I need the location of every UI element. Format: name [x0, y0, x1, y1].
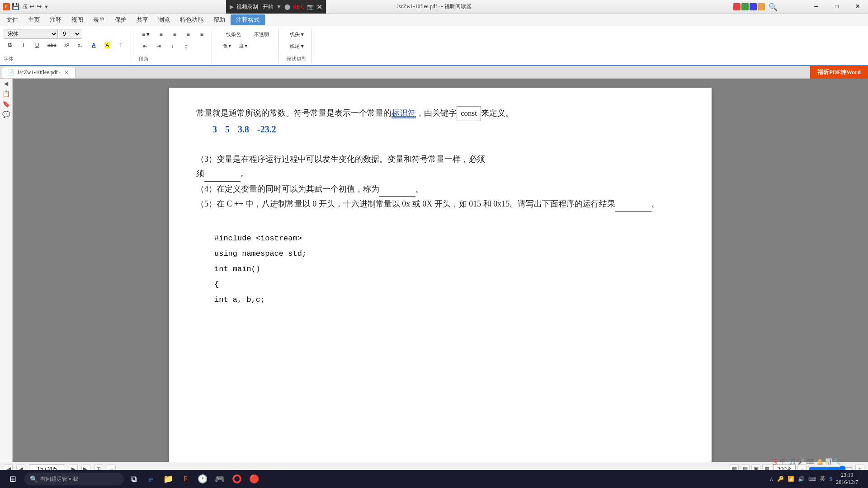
- const-box: const: [457, 106, 481, 121]
- shape-row2: 线尾▼: [287, 41, 308, 52]
- underline-button[interactable]: U: [31, 40, 43, 51]
- redo-icon[interactable]: ↪: [37, 3, 42, 10]
- edge-browser-icon[interactable]: e: [144, 472, 158, 486]
- menu-view[interactable]: 视图: [67, 14, 88, 25]
- font-name-selector[interactable]: 宋体: [4, 29, 58, 39]
- taskbar-search-bar[interactable]: 🔍 有问题尽管问我: [24, 473, 124, 485]
- minimize-button[interactable]: ─: [806, 0, 826, 14]
- highlight-color-button[interactable]: A: [101, 40, 113, 51]
- menu-help[interactable]: 帮助: [209, 14, 230, 25]
- sidebar-arrow-icon[interactable]: ◀: [4, 80, 8, 87]
- rec-icon: ⬤: [284, 4, 290, 10]
- start-button[interactable]: ⊞: [4, 472, 22, 486]
- tray-cn-input[interactable]: 英: [820, 475, 826, 483]
- file-explorer-icon[interactable]: 📁: [161, 472, 175, 486]
- pdf-to-word-button[interactable]: 福昕PDF转Word: [810, 66, 868, 79]
- border-color-button[interactable]: 线条色: [220, 29, 247, 40]
- para1b-text: ，由关键字: [416, 108, 457, 117]
- show-desktop-button[interactable]: [862, 473, 864, 485]
- ribbon-font-group: 宋体 9 B I U abc x² x₂ A A T 字体: [0, 28, 131, 63]
- camera-icon[interactable]: 📷: [307, 4, 314, 10]
- menu-comment[interactable]: 注释: [45, 14, 66, 25]
- menu-share[interactable]: 共享: [132, 14, 153, 25]
- rec-label: REC: [293, 4, 304, 10]
- line-top-button[interactable]: 线头▼: [287, 29, 308, 40]
- justify-button[interactable]: ≡: [195, 29, 208, 40]
- font-color-button[interactable]: A: [87, 40, 100, 51]
- screen-select-icon[interactable]: ▼: [276, 4, 282, 10]
- system-tray: ∧ 🔑 📶 🔊 ⌨ 英 S 23:19 2016/12/7: [769, 472, 864, 486]
- para-spacing-button[interactable]: ↕: [166, 41, 179, 52]
- menu-comment-format[interactable]: 注释格式: [231, 14, 265, 25]
- clock-icon[interactable]: 🕐: [195, 472, 210, 486]
- para3b-text: 。: [241, 169, 249, 178]
- font-group-label: 字体: [4, 55, 14, 62]
- font-size-selector[interactable]: 9: [59, 29, 81, 39]
- app-icon-2[interactable]: 🎮: [212, 472, 227, 486]
- app-icon-4[interactable]: 🔴: [247, 472, 261, 486]
- blank-4: [379, 182, 415, 197]
- align-right-button[interactable]: ≡: [182, 29, 194, 40]
- color-picker-button[interactable]: 色▼: [220, 41, 235, 52]
- print-icon[interactable]: 🖨: [21, 3, 28, 10]
- menu-form[interactable]: 表单: [89, 14, 109, 25]
- line-style-row: 线条色 不透明: [220, 29, 275, 40]
- subscript-button[interactable]: x₂: [74, 40, 86, 51]
- close-button[interactable]: ✕: [847, 0, 868, 14]
- menu-home[interactable]: 主页: [24, 14, 44, 25]
- ribbon-sep-1: [133, 28, 133, 55]
- opacity-button[interactable]: 不透明: [248, 29, 275, 40]
- app-icon: F: [3, 3, 10, 10]
- opacity-slider-button[interactable]: 度▼: [236, 41, 251, 52]
- italic-button[interactable]: I: [17, 40, 30, 51]
- identifier-link: 标识符: [392, 108, 416, 118]
- superscript-button[interactable]: x²: [60, 40, 73, 51]
- para1c-text: 来定义。: [481, 108, 514, 117]
- list-button[interactable]: ≡▼: [139, 29, 154, 40]
- paragraph-5: （5）在 C ++ 中，八进制常量以 0 开头，十六进制常量以 0x 或 0X …: [196, 197, 684, 211]
- sidebar-bookmark-icon[interactable]: 🔖: [2, 100, 10, 108]
- system-clock[interactable]: 23:19 2016/12/7: [836, 472, 858, 486]
- ribbon-shape-group: 线头▼ 线尾▼ 形状类型: [283, 28, 312, 63]
- menu-protect[interactable]: 保护: [110, 14, 131, 25]
- watermark-area: S 中 🎵 🎤 ⌨ 🔔 📊 🔧: [772, 454, 841, 462]
- sidebar-page-icon[interactable]: 📋: [2, 90, 10, 98]
- num-3: 3: [212, 124, 217, 134]
- menu-file[interactable]: 文件: [2, 14, 23, 25]
- menu-browse[interactable]: 浏览: [154, 14, 175, 25]
- font-color-label: A: [92, 42, 96, 48]
- bold-button[interactable]: B: [4, 40, 16, 51]
- tray-icon-1: 🔑: [777, 476, 784, 483]
- customize-icon[interactable]: ▼: [44, 4, 49, 9]
- code-line-1: #include <iostream>: [214, 231, 684, 246]
- maximize-button[interactable]: □: [826, 0, 847, 14]
- align-left-button[interactable]: ≡: [155, 29, 167, 40]
- doc-tab-close[interactable]: ✕: [63, 69, 70, 75]
- para3-text: （3）变量是在程序运行过程中可以发生变化的数据。变量和符号常量一样，必须: [196, 155, 485, 164]
- taskbar: ⊞ 🔍 有问题尽管问我 ⧉ e 📁 F 🕐 🎮 ⭕ 🔴 ∧ 🔑 📶 🔊 ⌨ 英 …: [0, 470, 868, 488]
- para1-text: 常量就是通常所说的常数。符号常量是表示一个常量的: [196, 108, 392, 117]
- text-bg-button[interactable]: T: [114, 40, 127, 51]
- increase-indent-button[interactable]: ⇥: [152, 41, 165, 52]
- line-spacing-button[interactable]: ↨: [179, 41, 192, 52]
- date-display: 2016/12/7: [836, 479, 858, 486]
- search-bar-icon[interactable]: 🔍: [769, 3, 778, 11]
- menu-features[interactable]: 特色功能: [175, 14, 208, 25]
- undo-icon[interactable]: ↩: [29, 3, 35, 10]
- video-icon: ▶: [230, 4, 234, 10]
- video-close-icon[interactable]: ✕: [316, 3, 322, 11]
- paragraph-1: 常量就是通常所说的常数。符号常量是表示一个常量的标识符，由关键字const来定义…: [196, 106, 684, 121]
- app-icon-3[interactable]: ⭕: [230, 472, 244, 486]
- line-end-button[interactable]: 线尾▼: [287, 41, 308, 52]
- doc-tab-main[interactable]: 📄 JscZw1-10flee.pdf · ✕: [2, 67, 75, 78]
- main-area: ◀ 📋 🔖 💬 常量就是通常所说的常数。符号常量是表示一个常量的标识符，由关键字…: [0, 79, 868, 462]
- foxit-taskbar-icon[interactable]: F: [178, 472, 193, 486]
- strikethrough-button[interactable]: abc: [44, 40, 59, 51]
- align-center-button[interactable]: ≡: [168, 29, 181, 40]
- decrease-indent-button[interactable]: ⇤: [139, 41, 151, 52]
- save-icon[interactable]: 💾: [12, 3, 19, 10]
- taskview-button[interactable]: ⧉: [127, 472, 141, 486]
- tray-up-arrow[interactable]: ∧: [769, 476, 774, 483]
- left-sidebar: ◀ 📋 🔖 💬: [0, 79, 13, 462]
- sidebar-comment-icon[interactable]: 💬: [2, 111, 10, 118]
